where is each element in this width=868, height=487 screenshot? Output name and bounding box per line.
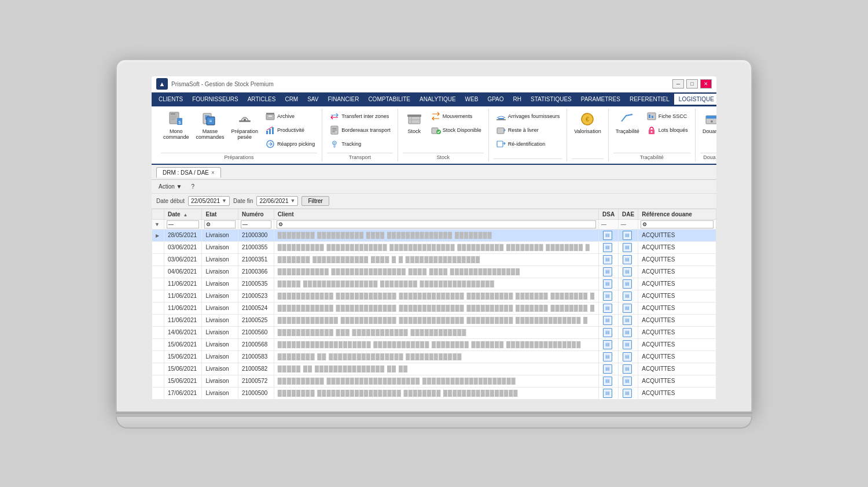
menu-gpao[interactable]: GPAO — [483, 94, 508, 105]
dae-doc-icon[interactable]: ▤ — [623, 279, 632, 289]
menu-sav[interactable]: SAV — [303, 94, 323, 105]
maximize-button[interactable]: □ — [686, 79, 698, 88]
row-dae[interactable]: ▤ — [619, 351, 638, 363]
menu-statistiques[interactable]: STATISTIQUES — [526, 94, 576, 105]
valorisation-button[interactable]: € Valorisation — [572, 110, 603, 136]
col-client[interactable]: Client — [274, 209, 598, 219]
lots-bloques-button[interactable]: Lots bloqués — [644, 124, 690, 136]
minimize-button[interactable]: ─ — [672, 79, 684, 88]
date-debut-input[interactable]: 22/05/2021 ▼ — [188, 196, 230, 206]
dsa-doc-icon[interactable]: ▤ — [603, 243, 612, 252]
table-row[interactable]: 03/06/2021Livraison21000355██████████ ██… — [152, 241, 716, 253]
col-etat[interactable]: Etat — [202, 209, 238, 219]
table-row[interactable]: 15/06/2021Livraison21000572██████████ ██… — [152, 375, 716, 387]
re-identification-button[interactable]: Ré-identification — [494, 138, 562, 150]
table-row[interactable]: 17/06/2021Livraison21000500████████ ████… — [152, 387, 716, 399]
row-dae[interactable]: ▤ — [619, 375, 638, 387]
col-dsa[interactable]: DSA — [598, 209, 618, 219]
date-filter-input[interactable] — [167, 220, 199, 228]
dsa-doc-icon[interactable]: ▤ — [603, 328, 612, 337]
dae-doc-icon[interactable]: ▤ — [623, 340, 632, 349]
col-reference-douane[interactable]: Référence douane — [638, 209, 716, 219]
tab-drm[interactable]: DRM : DSA / DAE × — [156, 167, 221, 178]
dae-doc-icon[interactable]: ▤ — [623, 231, 632, 240]
menu-logistique[interactable]: LOGISTIQUE — [674, 94, 716, 105]
fiche-sscc-button[interactable]: Fiche SSCC — [644, 110, 690, 123]
transfert-inter-zones-button[interactable]: Transfert inter zones — [327, 110, 393, 123]
preparation-pesee-button[interactable]: Préparation pesée — [229, 110, 261, 142]
date-fin-dropdown-icon[interactable]: ▼ — [290, 198, 295, 204]
menu-comptabilite[interactable]: COMPTABILITE — [363, 94, 415, 105]
expand-icon[interactable]: ▶ — [156, 233, 159, 238]
dsa-doc-icon[interactable]: ▤ — [603, 255, 612, 264]
douane-button[interactable]: Douane — [700, 110, 716, 136]
row-dsa[interactable]: ▤ — [598, 253, 618, 265]
row-dsa[interactable]: ▤ — [598, 375, 618, 387]
close-button[interactable]: ✕ — [700, 79, 712, 88]
col-date[interactable]: Date ▲ — [164, 209, 202, 219]
numero-filter-input[interactable] — [241, 220, 271, 228]
table-row[interactable]: 03/06/2021Livraison21000351███████ █████… — [152, 253, 716, 265]
help-button[interactable]: ? — [189, 183, 197, 190]
menu-referentiel[interactable]: REFERENTIEL — [625, 94, 674, 105]
tracabilite-button[interactable]: Traçabilité — [613, 110, 642, 136]
col-numero[interactable]: Numéro — [238, 209, 274, 219]
ref-douane-filter-input[interactable] — [641, 220, 713, 228]
table-row[interactable]: 11/06/2021Livraison21000525█████████████… — [152, 314, 716, 326]
dae-doc-icon[interactable]: ▤ — [623, 364, 632, 374]
arrivages-fournisseurs-button[interactable]: Arrivages fournisseurs — [494, 110, 562, 123]
mono-commande-button[interactable]: $ Mono commande — [161, 110, 192, 142]
row-dae[interactable]: ▤ — [619, 326, 638, 338]
row-dsa[interactable]: ▤ — [598, 229, 618, 241]
bordereaux-transport-button[interactable]: Bordereaux transport — [327, 124, 393, 136]
dsa-doc-icon[interactable]: ▤ — [603, 364, 612, 374]
menu-parametres[interactable]: PARAMETRES — [576, 94, 625, 105]
dae-doc-icon[interactable]: ▤ — [623, 328, 632, 337]
menu-analytique[interactable]: ANALYTIQUE — [415, 94, 461, 105]
row-dae[interactable]: ▤ — [619, 363, 638, 375]
etat-filter-input[interactable] — [204, 220, 235, 228]
menu-web[interactable]: WEB — [461, 94, 483, 105]
dsa-doc-icon[interactable]: ▤ — [603, 304, 612, 313]
row-dsa[interactable]: ▤ — [598, 363, 618, 375]
col-dae[interactable]: DAE — [619, 209, 638, 219]
tab-close-button[interactable]: × — [211, 169, 215, 176]
row-dae[interactable]: ▤ — [619, 253, 638, 265]
row-dsa[interactable]: ▤ — [598, 387, 618, 399]
dae-doc-icon[interactable]: ▤ — [623, 243, 632, 252]
dsa-doc-icon[interactable]: ▤ — [603, 231, 612, 240]
tracking-button[interactable]: Tracking — [327, 138, 393, 150]
stock-disponible-button[interactable]: Stock Disponible — [428, 124, 484, 136]
reste-a-livrer-button[interactable]: Reste à livrer — [494, 124, 562, 136]
row-dae[interactable]: ▤ — [619, 338, 638, 351]
table-row[interactable]: 11/06/2021Livraison21000523████████████ … — [152, 290, 716, 302]
row-dae[interactable]: ▤ — [619, 387, 638, 399]
row-dsa[interactable]: ▤ — [598, 326, 618, 338]
dsa-doc-icon[interactable]: ▤ — [603, 377, 612, 386]
row-dsa[interactable]: ▤ — [598, 290, 618, 302]
menu-articles[interactable]: ARTICLES — [243, 94, 281, 105]
dae-doc-icon[interactable]: ▤ — [623, 352, 632, 361]
table-row[interactable]: 11/06/2021Livraison21000535█████ ███████… — [152, 278, 716, 290]
row-dae[interactable]: ▤ — [619, 302, 638, 314]
menu-clients[interactable]: CLIENTS — [154, 94, 187, 105]
dae-doc-icon[interactable]: ▤ — [623, 316, 632, 325]
row-dae[interactable]: ▤ — [619, 265, 638, 278]
dsa-doc-icon[interactable]: ▤ — [603, 292, 612, 301]
row-dsa[interactable]: ▤ — [598, 241, 618, 253]
menu-financier[interactable]: FINANCIER — [323, 94, 363, 105]
table-row[interactable]: 15/06/2021Livraison21000568█████████████… — [152, 338, 716, 351]
table-row[interactable]: 04/06/2021Livraison21000366███████████ █… — [152, 265, 716, 278]
table-row[interactable]: ▶28/05/2021Livraison21000300████████ ███… — [152, 229, 716, 241]
dsa-doc-icon[interactable]: ▤ — [603, 279, 612, 289]
dsa-doc-icon[interactable]: ▤ — [603, 352, 612, 361]
dsa-doc-icon[interactable]: ▤ — [603, 340, 612, 349]
dae-doc-icon[interactable]: ▤ — [623, 267, 632, 276]
date-debut-dropdown-icon[interactable]: ▼ — [222, 198, 227, 204]
table-row[interactable]: 14/06/2021Livraison21000560████████████ … — [152, 326, 716, 338]
row-dsa[interactable]: ▤ — [598, 302, 618, 314]
dsa-doc-icon[interactable]: ▤ — [603, 316, 612, 325]
table-row[interactable]: 15/06/2021Livraison21000582█████ ██ ████… — [152, 363, 716, 375]
table-row[interactable]: 11/06/2021Livraison21000524████████████ … — [152, 302, 716, 314]
row-dsa[interactable]: ▤ — [598, 351, 618, 363]
